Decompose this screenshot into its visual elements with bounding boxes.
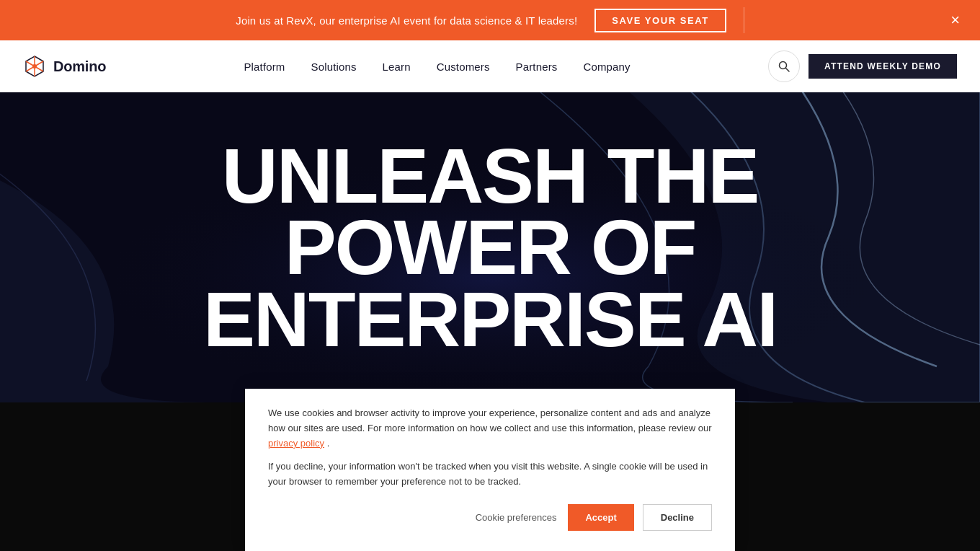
hero-title: UNLEASH THE POWER OF ENTERPRISE AI [203, 140, 777, 355]
announcement-divider [744, 7, 744, 33]
search-icon [778, 61, 790, 72]
nav-link-solutions[interactable]: Solutions [300, 55, 368, 79]
nav-item-company[interactable]: Company [571, 55, 641, 79]
nav-link-platform[interactable]: Platform [232, 55, 296, 79]
logo-text: Domino [53, 58, 106, 75]
nav-link-company[interactable]: Company [571, 55, 641, 79]
svg-point-0 [32, 64, 37, 69]
nav-item-solutions[interactable]: Solutions [300, 55, 368, 79]
announcement-cta-button[interactable]: SAVE YOUR SEAT [594, 9, 726, 32]
announcement-bar: Join us at RevX, our enterprise AI event… [0, 0, 980, 40]
svg-line-2 [785, 69, 789, 72]
hero-content: UNLEASH THE POWER OF ENTERPRISE AI [189, 140, 791, 355]
nav-right: ATTEND WEEKLY DEMO [768, 50, 957, 82]
hero-section: UNLEASH THE POWER OF ENTERPRISE AI [0, 92, 980, 402]
cookie-banner: We use cookies and browser activity to i… [245, 389, 735, 402]
announcement-text: Join us at RevX, our enterprise AI event… [236, 14, 577, 27]
nav-link-customers[interactable]: Customers [425, 55, 502, 79]
attend-demo-button[interactable]: ATTEND WEEKLY DEMO [808, 54, 957, 79]
nav-link-learn[interactable]: Learn [371, 55, 422, 79]
nav-item-platform[interactable]: Platform [232, 55, 296, 79]
announcement-close-button[interactable]: × [945, 9, 966, 31]
nav-links: Platform Solutions Learn Customers Partn… [232, 55, 641, 79]
nav-item-customers[interactable]: Customers [425, 55, 502, 79]
logo[interactable]: Domino [23, 55, 106, 78]
nav-link-partners[interactable]: Partners [504, 55, 569, 79]
domino-logo-icon [23, 55, 46, 78]
nav-item-partners[interactable]: Partners [504, 55, 569, 79]
search-button[interactable] [768, 50, 800, 82]
hero-title-line3: ENTERPRISE AI [203, 276, 777, 363]
navbar: Domino Platform Solutions Learn Customer… [0, 40, 980, 92]
nav-item-learn[interactable]: Learn [371, 55, 422, 79]
